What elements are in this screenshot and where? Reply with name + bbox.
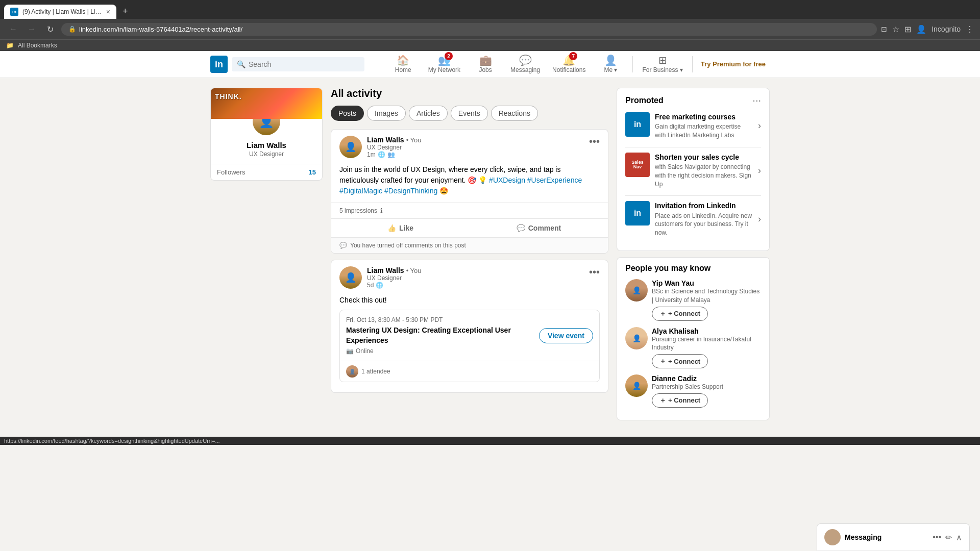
nav-home[interactable]: 🏠 Home [385,51,421,78]
hashtag-design[interactable]: #DesignThinking [384,187,437,195]
tab-articles[interactable]: Articles [409,106,448,121]
ad-item-3: in Invitation from LinkedIn Place ads on… [625,201,761,237]
new-tab-button[interactable]: + [118,4,132,19]
view-event-button[interactable]: View event [539,328,593,343]
hashtag-ux[interactable]: #UserExperience [527,176,582,184]
post-text-2: Check this out! [339,295,600,306]
bookmark-star-icon[interactable]: ☆ [892,24,899,34]
ad-chevron-2[interactable]: › [758,165,761,176]
event-location: 📷 Online [346,347,527,355]
like-icon-1: 👍 [387,224,396,232]
post-emoji-1: 🤩 [439,187,448,195]
tab-reactions[interactable]: Reactions [491,106,538,121]
pymk-name-1[interactable]: Yip Wan Yau [652,279,761,287]
event-title[interactable]: Mastering UX Design: Creating Exceptiona… [346,325,527,345]
ad-desc-1: Gain digital marketing expertise with Li… [655,122,753,140]
nav-notifications[interactable]: 🔔 7 Notifications [547,51,591,78]
pymk-avatar-3: 👤 [625,374,648,397]
status-url: https://linkedin.com/feed/hashtag/?keywo… [4,438,220,444]
group-icon-1: 👥 [387,151,395,158]
connect-button-3[interactable]: ＋ + Connect [652,393,708,408]
tab-events[interactable]: Events [451,106,488,121]
globe-icon-2: 🌐 [376,282,383,289]
url-input[interactable] [79,26,870,33]
nav-me[interactable]: 👤 Me ▾ [593,51,628,78]
connect-button-2[interactable]: ＋ + Connect [652,354,708,368]
pymk-card: People you may know 👤 Yip Wan Yau BSc in… [617,257,770,420]
pymk-person-1: 👤 Yip Wan Yau BSc in Science and Technol… [625,279,761,321]
pymk-title: People you may know [625,264,761,273]
ad-chevron-3[interactable]: › [758,214,761,224]
address-bar[interactable]: 🔒 [61,23,877,36]
connect-button-1[interactable]: ＋ + Connect [652,307,708,321]
post-body-1: Join us in the world of UX Design, where… [331,158,608,203]
main-content: THINK. 👤 Liam Walls UX Designer Follower… [202,88,778,427]
ad-item-1: in Free marketing courses Gain digital m… [625,112,761,140]
messaging-icon: 💬 [519,54,532,66]
hashtag-digital[interactable]: #DigitalMagic [339,187,382,195]
promoted-header: Promoted ··· [625,94,761,106]
cast-icon[interactable]: ⊡ [881,25,887,33]
ad-chevron-1[interactable]: › [758,120,761,131]
home-label: Home [395,66,411,73]
business-label: For Business ▾ [642,66,682,73]
ad-title-2[interactable]: Shorten your sales cycle [655,153,753,162]
nav-network[interactable]: 👥 2 My Network [423,51,465,78]
reload-button[interactable]: ↻ [43,22,57,36]
like-button-1[interactable]: 👍 Like [331,219,470,237]
ad-text-3: Invitation from LinkedIn Place ads on Li… [655,201,753,237]
ad-text-1: Free marketing courses Gain digital mark… [655,112,753,140]
followers-count[interactable]: 15 [309,168,316,176]
pymk-person-3: 👤 Dianne Cadiz Partnership Sales Support… [625,374,761,408]
connect-icon-2: ＋ [659,357,666,366]
pymk-desc-3: Partnership Sales Support [652,383,761,391]
bookmarks-bar: 📁 All Bookmarks [0,39,980,51]
attendee-avatar: 👤 [346,365,358,378]
ad-title-3[interactable]: Invitation from LinkedIn [655,201,753,210]
pymk-name-3[interactable]: Dianne Cadiz [652,374,761,383]
promoted-divider-1 [625,147,761,147]
browser-tab[interactable]: in (9) Activity | Liam Walls | Linked...… [4,5,116,19]
post-menu-2[interactable]: ••• [589,266,600,278]
post-avatar-2[interactable]: 👤 [339,266,362,289]
search-icon: 🔍 [237,60,246,68]
extensions-icon[interactable]: ⊞ [904,24,911,34]
back-button[interactable]: ← [6,22,20,36]
nav-messaging[interactable]: 💬 Messaging [505,51,545,78]
tab-title: (9) Activity | Liam Walls | Linked... [22,8,102,15]
all-bookmarks-label[interactable]: All Bookmarks [18,42,57,49]
post-avatar-1[interactable]: 👤 [339,136,362,158]
notifications-badge: 7 [569,52,577,60]
promoted-menu[interactable]: ··· [752,94,761,106]
menu-icon[interactable]: ⋮ [966,24,974,34]
forward-button[interactable]: → [24,22,39,36]
post-author-name-2[interactable]: Liam Walls • You [367,266,589,274]
profile-name[interactable]: Liam Walls [217,141,316,149]
comment-button-1[interactable]: 💬 Comment [470,219,608,237]
jobs-label: Jobs [479,66,492,73]
post-author-title-2: UX Designer [367,274,589,282]
post-author-name-1[interactable]: Liam Walls • You [367,136,589,144]
linkedin-logo[interactable]: in [210,56,228,73]
pymk-name-2[interactable]: Alya Khalisah [652,327,761,335]
header-search[interactable]: 🔍 [232,57,364,71]
ad-item-2: SalesNav Shorten your sales cycle with S… [625,153,761,189]
tab-close-button[interactable]: × [106,8,110,16]
followers-label: Followers [217,168,246,176]
nav-business[interactable]: ⊞ For Business ▾ [637,51,688,78]
tab-posts[interactable]: Posts [331,106,364,121]
network-badge: 2 [445,52,453,60]
event-date: Fri, Oct 13, 8:30 AM - 5:30 PM PDT [346,316,527,323]
nav-jobs[interactable]: 💼 Jobs [468,51,503,78]
search-input[interactable] [249,60,351,68]
hashtag-uxdesign[interactable]: #UXDesign [489,176,525,184]
profile-card: THINK. 👤 Liam Walls UX Designer Follower… [210,88,323,181]
tab-images[interactable]: Images [367,106,406,121]
profile-icon[interactable]: 👤 [916,24,926,34]
ad-title-1[interactable]: Free marketing courses [655,112,753,121]
post-author-info-2: Liam Walls • You UX Designer 5d 🌐 [367,266,589,289]
comment-notice-1: 💬 You have turned off comments on this p… [331,237,608,253]
post-menu-1[interactable]: ••• [589,136,600,147]
premium-button[interactable]: Try Premium for free [697,60,770,69]
post-actions-1: 👍 Like 💬 Comment [331,218,608,237]
